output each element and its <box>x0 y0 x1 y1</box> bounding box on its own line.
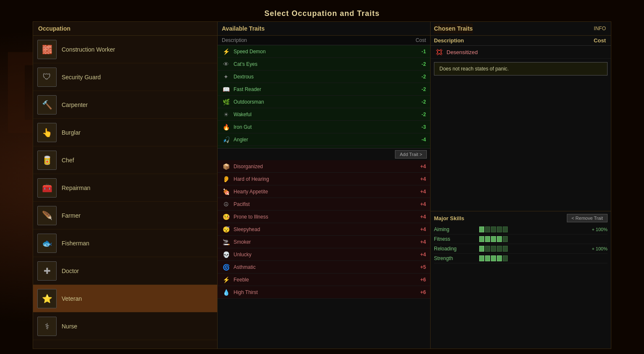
skill-name: Strength <box>434 255 476 261</box>
negative-traits-list[interactable]: 📦 Disorganized +4 👂 Hard of Hearing +4 🍖… <box>218 160 430 349</box>
trait-name: Hearty Appetite <box>234 189 415 195</box>
occupation-item-veteran[interactable]: ⭐ Veteran <box>33 285 217 312</box>
skill-bonus: + 100% <box>587 246 608 251</box>
neg-trait-item-asthmatic[interactable]: 🌀 Asthmatic +5 <box>218 261 430 273</box>
skill-pip <box>503 236 508 242</box>
trait-icon: 💧 <box>222 288 230 297</box>
trait-icon: 👂 <box>222 175 230 183</box>
trait-item-iron-gut[interactable]: 🔥 Iron Gut -3 <box>218 121 430 133</box>
skill-pip <box>503 226 508 232</box>
trait-item-speed-demon[interactable]: ⚡ Speed Demon -1 <box>218 45 430 58</box>
trait-item-dextrous[interactable]: ✦ Dextrous -2 <box>218 70 430 83</box>
add-trait-button[interactable]: Add Trait > <box>395 150 427 159</box>
trait-icon: 🤒 <box>222 213 230 221</box>
trait-icon: 📖 <box>222 85 230 94</box>
occupation-item-chef[interactable]: 🥫 Chef <box>33 146 217 174</box>
trait-icon: 📦 <box>222 162 230 171</box>
trait-cost: -1 <box>415 49 426 55</box>
traits-col-headers: Description Cost <box>218 36 430 45</box>
occ-icon-doctor: ✚ <box>37 261 57 281</box>
trait-icon: ☀ <box>222 110 230 119</box>
trait-name: Dextrous <box>234 74 415 80</box>
occ-icon-farmer: 🪶 <box>37 206 57 225</box>
skill-pip <box>479 246 484 252</box>
occupation-item-repairman[interactable]: 🧰 Repairman <box>33 174 217 202</box>
trait-name: Pacifist <box>234 201 415 207</box>
occupation-list[interactable]: 🧱 Construction Worker 🛡 Security Guard 🔨… <box>33 36 217 349</box>
chosen-cost-label: Cost <box>594 37 606 44</box>
skills-section: Major Skills < Remove Trait Aiming + 100… <box>431 211 611 349</box>
trait-item-fast-reader[interactable]: 📖 Fast Reader -2 <box>218 83 430 96</box>
trait-cost: +4 <box>415 226 426 232</box>
occupation-item-farmer[interactable]: 🪶 Farmer <box>33 202 217 229</box>
skill-name: Fitness <box>434 236 476 242</box>
occ-icon-fisherman: 🐟 <box>37 234 57 253</box>
trait-item-cat's-eyes[interactable]: 👁 Cat's Eyes -2 <box>218 58 430 70</box>
chosen-desc-label: Description <box>434 37 464 44</box>
remove-trait-button[interactable]: < Remove Trait <box>567 214 608 222</box>
trait-item-outdoorsman[interactable]: 🌿 Outdoorsman -2 <box>218 96 430 108</box>
skill-pip <box>503 246 508 252</box>
skill-pip <box>479 226 484 232</box>
neg-trait-item-smoker[interactable]: 🚬 Smoker +4 <box>218 236 430 248</box>
trait-cost: -2 <box>415 112 426 117</box>
neg-trait-item-disorganized[interactable]: 📦 Disorganized +4 <box>218 160 430 173</box>
occupation-item-security_guard[interactable]: 🛡 Security Guard <box>33 63 217 91</box>
skill-pip <box>503 255 508 261</box>
occupation-item-fisherman[interactable]: 🐟 Fisherman <box>33 229 217 257</box>
occ-name-fisherman: Fisherman <box>62 240 89 247</box>
skill-pip <box>491 255 496 261</box>
trait-cost: -4 <box>415 137 426 143</box>
occupation-panel: Occupation 🧱 Construction Worker 🛡 Secur… <box>33 22 218 349</box>
skill-name: Aiming <box>434 226 476 232</box>
trait-cost: -2 <box>415 86 426 92</box>
neg-trait-item-feeble[interactable]: ⚡ Feeble +6 <box>218 273 430 286</box>
trait-name: Prone to Illness <box>234 214 415 220</box>
trait-name: Sleepyhead <box>234 226 415 232</box>
skill-pip <box>491 246 496 252</box>
neg-trait-item-sleepyhead[interactable]: 😴 Sleepyhead +4 <box>218 223 430 236</box>
neg-trait-item-high-thirst[interactable]: 💧 High Thirst +6 <box>218 286 430 299</box>
trait-name: Speed Demon <box>234 49 415 55</box>
occupation-item-burglar[interactable]: 👆 Burglar <box>33 119 217 146</box>
trait-cost: -3 <box>415 124 426 130</box>
positive-traits-list[interactable]: ⚡ Speed Demon -1 👁 Cat's Eyes -2 ✦ Dextr… <box>218 45 430 148</box>
trait-name: Feeble <box>234 277 415 283</box>
trait-icon: 🌿 <box>222 98 230 106</box>
neg-trait-item-hearty-appetite[interactable]: 🍖 Hearty Appetite +4 <box>218 185 430 198</box>
occupation-item-construction_worker[interactable]: 🧱 Construction Worker <box>33 36 217 63</box>
trait-cost: +5 <box>415 264 426 270</box>
skill-bar <box>479 226 583 232</box>
chosen-trait-name: Desensitized <box>447 49 607 55</box>
neg-trait-item-pacifist[interactable]: ☮ Pacifist +4 <box>218 198 430 211</box>
occupation-item-doctor[interactable]: ✚ Doctor <box>33 257 217 285</box>
neg-trait-item-hard-of-hearing[interactable]: 👂 Hard of Hearing +4 <box>218 173 430 185</box>
traits-panel: Available Traits Description Cost ⚡ Spee… <box>218 22 431 349</box>
trait-cost: -2 <box>415 99 426 105</box>
trait-cost: +4 <box>415 164 426 169</box>
trait-name: Unlucky <box>234 252 415 258</box>
occ-icon-repairman: 🧰 <box>37 178 57 198</box>
trait-icon: ✦ <box>222 73 230 81</box>
trait-icon: ⚡ <box>222 47 230 56</box>
skill-row-aiming: Aiming + 100% <box>434 225 608 234</box>
occ-icon-carpenter: 🔨 <box>37 95 57 115</box>
chosen-trait-desensitized[interactable]: 💢 Desensitized <box>431 46 611 59</box>
occupation-item-carpenter[interactable]: 🔨 Carpenter <box>33 91 217 119</box>
neg-trait-item-prone-to-illness[interactable]: 🤒 Prone to Illness +4 <box>218 211 430 223</box>
trait-item-wakeful[interactable]: ☀ Wakeful -2 <box>218 108 430 121</box>
skills-title: Major Skills <box>434 215 464 221</box>
traits-desc-col: Description <box>222 37 247 43</box>
panel-title: Select Occupation and Traits <box>33 5 611 21</box>
neg-trait-item-unlucky[interactable]: 💀 Unlucky +4 <box>218 248 430 261</box>
occ-name-carpenter: Carpenter <box>62 102 88 108</box>
trait-cost: +6 <box>415 289 426 295</box>
occ-name-burglar: Burglar <box>62 129 80 136</box>
occ-icon-chef: 🥫 <box>37 151 57 170</box>
skill-bar <box>479 236 583 242</box>
trait-name: Outdoorsman <box>234 99 415 105</box>
occupation-item-nurse[interactable]: ⚕ Nurse <box>33 312 217 340</box>
trait-item-angler[interactable]: 🎣 Angler -4 <box>218 133 430 146</box>
occ-name-construction_worker: Construction Worker <box>62 46 115 53</box>
occ-icon-veteran: ⭐ <box>37 289 57 308</box>
